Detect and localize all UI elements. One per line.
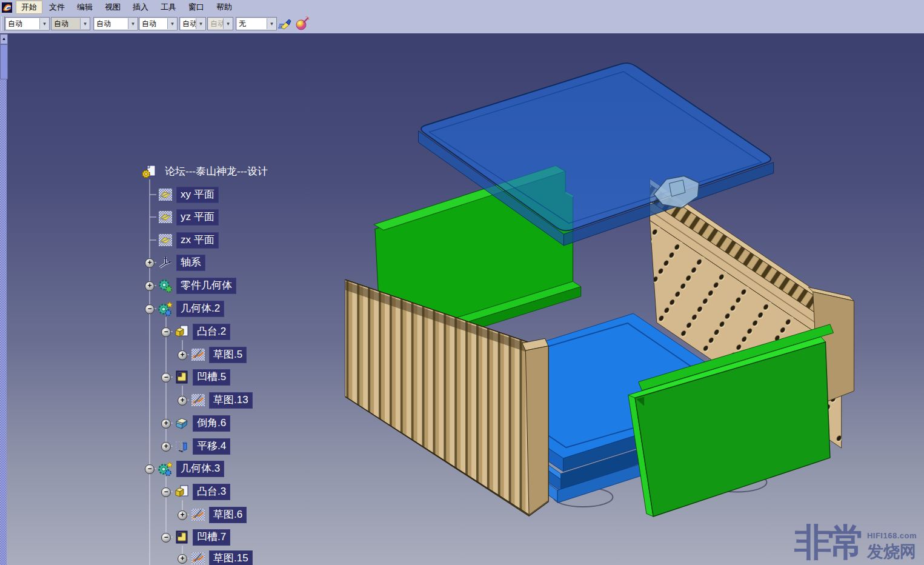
layer-combo[interactable]: 无▾ [236,17,277,30]
chevron-down-icon[interactable]: ▾ [267,18,276,29]
tree-item-pad-3[interactable]: 凸台.3 [174,484,230,500]
tree-item-zx-plane[interactable]: zx 平面 [158,232,219,248]
tree-item-sketch-13[interactable]: 草图.13 [190,392,253,408]
tree-expander[interactable]: + [145,258,155,268]
chevron-down-icon[interactable]: ▾ [128,18,138,29]
pad-icon [174,484,190,499]
sketch-icon [190,551,206,565]
tree-item-sketch-6[interactable]: 草图.6 [190,507,247,523]
part-body-icon [158,278,173,293]
material-sphere-icon[interactable] [295,16,310,31]
plane-icon [158,210,173,224]
tree-expander[interactable]: + [178,510,187,520]
menu-item-view[interactable]: 视图 [99,1,126,14]
painter-brush-icon[interactable] [278,16,292,31]
tree-expander[interactable]: + [178,350,187,360]
tree-item-pocket-7[interactable]: 凹槽.7 [174,529,230,545]
tree-item-body-2[interactable]: 几何体.2 [158,301,224,316]
watermark-brand-logo: 非常 [794,520,862,565]
tree-item-chamfer-6[interactable]: 倒角.6 [174,415,230,431]
watermark: 非常 HIFI168.com 发烧网 [794,520,917,565]
menu-item-insert[interactable]: 插入 [127,1,154,14]
menu-item-window[interactable]: 窗口 [183,1,210,14]
tree-item-yz-plane[interactable]: yz 平面 [158,209,219,225]
tree-item-sketch-5[interactable]: 草图.5 [190,347,247,363]
tree-expander[interactable]: + [178,554,187,564]
chamfer-icon [174,416,190,430]
tree-expander[interactable]: − [161,327,171,337]
tree-item-translate-4[interactable]: 平移.4 [174,438,230,454]
part-document-icon [142,164,158,179]
pad-icon [174,324,190,339]
watermark-site: HIFI168.com [867,531,917,540]
line-type-combo[interactable]: 自动▾ [139,17,178,30]
tree-item-root[interactable]: 论坛---泰山神龙---设计 [142,164,272,179]
tree-item-pocket-5[interactable]: 凹槽.5 [174,369,230,385]
tree-expander[interactable]: + [161,419,171,429]
line-weight-combo[interactable]: 自动▾ [93,17,138,30]
tree-expander[interactable]: − [161,373,171,383]
tree-item-body-3[interactable]: 几何体.3 [158,461,224,476]
graphic-properties-toolbar: 自动▾ 自动▾ 自动▾ 自动▾ 自动▾ 自动▾ 无▾ [0,15,924,34]
chevron-down-icon[interactable]: ▾ [196,18,205,29]
plane-icon [158,233,173,247]
tree-expander[interactable]: + [161,442,171,452]
body-icon [158,461,173,476]
menu-item-start[interactable]: 开始 [16,1,42,14]
tree-item-partbody[interactable]: 零件几何体 [158,278,236,293]
menu-bar: 开始 文件 编辑 视图 插入 工具 窗口 帮助 [0,0,924,15]
specification-tree: 论坛---泰山神龙---设计 xy 平面 yz 平面 zx 平面 + 轴系 + … [0,33,315,565]
tree-expander[interactable]: − [161,487,171,497]
tree-expander[interactable]: − [145,464,155,474]
watermark-name: 发烧网 [867,541,917,563]
tree-expander[interactable]: − [161,533,171,543]
chevron-down-icon[interactable]: ▾ [167,18,177,29]
tree-expander[interactable]: + [145,281,155,291]
tree-expander[interactable]: + [178,396,187,406]
chevron-down-icon[interactable]: ▾ [39,18,49,29]
body-icon [158,301,173,316]
menu-item-help[interactable]: 帮助 [211,1,238,14]
tree-expander[interactable]: − [145,304,155,314]
tree-item-xy-plane[interactable]: xy 平面 [158,187,219,202]
sketch-icon [190,507,206,522]
sketch-icon [190,393,206,407]
tree-connector-lines [0,33,315,565]
sketch-icon [190,347,206,362]
menu-item-tools[interactable]: 工具 [155,1,182,14]
viewport-3d[interactable]: ▲ 论坛---泰山神龙---设计 xy 平面 yz 平面 [0,33,924,565]
render-style-combo: 自动▾ [207,17,233,30]
pocket-icon [174,530,190,544]
menu-item-file[interactable]: 文件 [44,1,70,14]
tree-item-pad-2[interactable]: 凸台.2 [174,324,230,339]
translate-icon [174,439,190,453]
axis-system-icon [158,255,173,270]
tree-item-axis-system[interactable]: 轴系 [158,255,205,270]
plane-icon [158,187,173,202]
chevron-down-icon: ▾ [223,18,233,29]
point-symbol-combo[interactable]: 自动▾ [179,17,206,30]
pocket-icon [174,370,190,384]
transparency-combo[interactable]: 自动▾ [51,17,90,30]
fill-color-combo[interactable]: 自动▾ [5,17,50,30]
app-logo-icon [2,2,12,13]
chevron-down-icon[interactable]: ▾ [80,18,90,29]
menu-item-edit[interactable]: 编辑 [71,1,98,14]
tree-item-sketch-15[interactable]: 草图.15 [190,550,253,565]
